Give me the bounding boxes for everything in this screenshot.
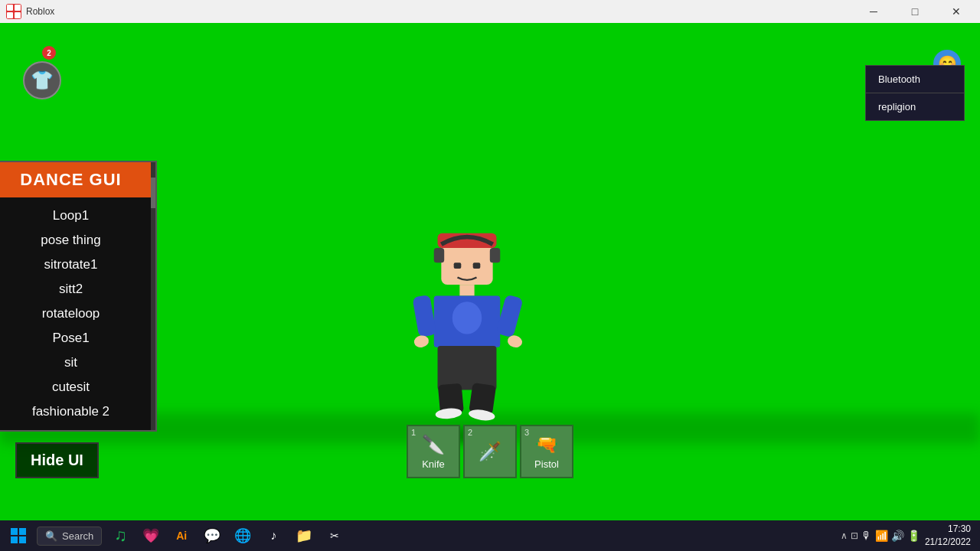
close-button[interactable]: ✕ bbox=[939, 0, 974, 23]
hotbar-slot-2[interactable]: 2 🗡️ bbox=[463, 425, 517, 478]
svg-rect-5 bbox=[473, 262, 481, 269]
taskbar-app-discord[interactable]: 💬 bbox=[198, 522, 226, 549]
dance-gui-scrollthumb[interactable] bbox=[151, 178, 155, 208]
game-area: 👕 2 😊 Bluetooth repligion bbox=[0, 23, 980, 520]
tray-network-icon: 📶 bbox=[875, 530, 888, 542]
taskbar-app-edge[interactable]: 🌐 bbox=[229, 522, 256, 549]
dance-item-sit[interactable]: sit bbox=[0, 350, 155, 375]
taskbar-app-capcut[interactable]: ✂ bbox=[321, 522, 348, 549]
taskbar-right: ∧ ⊡ 🎙 📶 🔊 🔋 17:30 21/12/2022 bbox=[841, 523, 977, 549]
dance-item-sitt2[interactable]: sitt2 bbox=[0, 277, 155, 302]
search-bar[interactable]: 🔍 Search bbox=[37, 527, 102, 546]
minimize-button[interactable]: ─ bbox=[856, 0, 891, 23]
tray-mic-icon: 🎙 bbox=[861, 530, 872, 542]
titlebar-controls: ─ □ ✕ bbox=[856, 0, 974, 23]
titlebar-title: Roblox bbox=[26, 6, 856, 17]
character bbox=[406, 230, 528, 421]
dance-gui-scrollbar[interactable] bbox=[151, 162, 155, 430]
taskbar-app-tiktok[interactable]: ♪ bbox=[260, 522, 287, 549]
hotbar-slot-3-icon: 🔫 bbox=[535, 434, 558, 455]
clock: 17:30 21/12/2022 bbox=[925, 523, 971, 549]
start-button[interactable] bbox=[3, 520, 34, 551]
dance-item-sitrotate1[interactable]: sitrotate1 bbox=[0, 253, 155, 277]
titlebar-app-icon bbox=[6, 4, 21, 19]
dropdown-menu: Bluetooth repligion bbox=[865, 65, 965, 121]
taskbar-app-files[interactable]: 📁 bbox=[290, 522, 318, 549]
svg-rect-4 bbox=[454, 262, 462, 269]
hotbar: 1 🔪 Knife 2 🗡️ 3 🔫 Pistol bbox=[407, 425, 573, 478]
clock-date: 21/12/2022 bbox=[925, 536, 971, 549]
hotbar-slot-1-icon: 🔪 bbox=[422, 434, 445, 455]
taskbar: 🔍 Search ♫ 💗 Ai 💬 🌐 ♪ 📁 ✂ ∧ ⊡ 🎙 📶 🔊 🔋 17… bbox=[0, 520, 980, 551]
svg-point-11 bbox=[413, 334, 430, 348]
dance-item-pose-thing[interactable]: pose thing bbox=[0, 228, 155, 253]
dance-item-cutesit[interactable]: cutesit bbox=[0, 375, 155, 399]
hotbar-slot-1-label: Knife bbox=[422, 458, 445, 470]
svg-rect-2 bbox=[434, 248, 444, 262]
taskbar-app-spotify[interactable]: ♫ bbox=[106, 522, 134, 549]
dance-item-pose1[interactable]: Pose1 bbox=[0, 326, 155, 350]
dance-gui: DANCE GUI Loop1 pose thing sitrotate1 si… bbox=[0, 161, 157, 432]
hotbar-slot-2-icon: 🗡️ bbox=[479, 441, 501, 462]
svg-rect-18 bbox=[11, 528, 18, 535]
search-icon: 🔍 bbox=[45, 530, 57, 542]
tray-chevron[interactable]: ∧ bbox=[841, 530, 848, 541]
hide-ui-button[interactable]: Hide UI bbox=[15, 442, 99, 478]
titlebar: Roblox ─ □ ✕ bbox=[0, 0, 980, 23]
svg-rect-9 bbox=[412, 295, 436, 337]
search-label: Search bbox=[62, 530, 93, 542]
hotbar-slot-3-label: Pistol bbox=[534, 458, 559, 470]
svg-rect-3 bbox=[490, 248, 500, 262]
taskbar-app-heart[interactable]: 💗 bbox=[137, 522, 165, 549]
svg-point-8 bbox=[452, 302, 482, 334]
avatar-icon[interactable]: 👕 bbox=[23, 61, 61, 99]
system-tray: ∧ ⊡ 🎙 📶 🔊 🔋 bbox=[841, 530, 920, 542]
dropdown-item-bluetooth[interactable]: Bluetooth bbox=[866, 66, 964, 93]
svg-rect-6 bbox=[459, 285, 474, 295]
svg-rect-13 bbox=[438, 346, 497, 390]
dance-gui-header: DANCE GUI bbox=[0, 162, 155, 197]
svg-rect-19 bbox=[19, 528, 26, 535]
hotbar-slot-1-num: 1 bbox=[411, 428, 416, 437]
tray-battery-icon: 🔋 bbox=[907, 530, 920, 542]
svg-rect-21 bbox=[19, 536, 26, 543]
hotbar-slot-1[interactable]: 1 🔪 Knife bbox=[407, 425, 460, 478]
hotbar-slot-2-num: 2 bbox=[468, 428, 472, 437]
tray-sound-icon: 🔊 bbox=[891, 530, 904, 542]
clock-time: 17:30 bbox=[925, 523, 971, 536]
dance-item-loop1[interactable]: Loop1 bbox=[0, 204, 155, 228]
dance-item-rotateloop[interactable]: rotateloop bbox=[0, 302, 155, 326]
tray-tablet-icon: ⊡ bbox=[851, 530, 858, 541]
dropdown-item-repligion[interactable]: repligion bbox=[866, 93, 964, 120]
maximize-button[interactable]: □ bbox=[897, 0, 933, 23]
hotbar-slot-3-num: 3 bbox=[524, 428, 529, 437]
hotbar-slot-3[interactable]: 3 🔫 Pistol bbox=[520, 425, 573, 478]
notification-badge: 2 bbox=[42, 46, 56, 60]
dance-gui-list: Loop1 pose thing sitrotate1 sitt2 rotate… bbox=[0, 197, 155, 430]
taskbar-app-ai[interactable]: Ai bbox=[168, 522, 195, 549]
dance-item-fashionable2[interactable]: fashionable 2 bbox=[0, 399, 155, 424]
svg-rect-20 bbox=[11, 536, 18, 543]
